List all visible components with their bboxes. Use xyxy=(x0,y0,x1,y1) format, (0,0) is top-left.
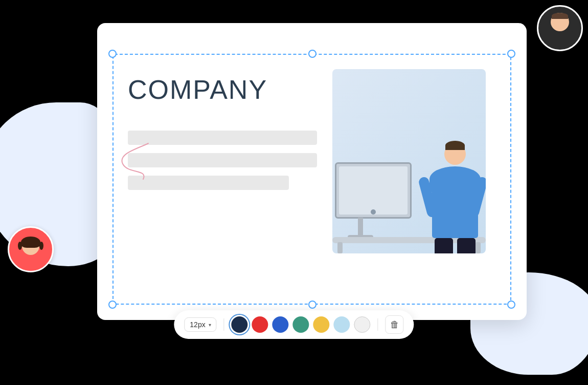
person-leg-left xyxy=(435,238,453,253)
person-head xyxy=(444,143,466,165)
person-leg-right xyxy=(457,238,476,253)
person-illustration xyxy=(432,172,478,238)
monitor-inner xyxy=(339,166,408,215)
avatar-female-pigtail-left xyxy=(18,242,22,250)
delete-button[interactable]: 🗑 xyxy=(386,315,404,334)
selection-handle-top-left[interactable] xyxy=(108,50,117,58)
color-swatch-white[interactable] xyxy=(354,316,371,333)
person-legs xyxy=(435,238,476,253)
color-swatch-yellow[interactable] xyxy=(313,316,330,333)
color-swatch-red[interactable] xyxy=(252,316,268,333)
main-card: COMPANY xyxy=(97,23,527,320)
avatar-female-head xyxy=(22,238,39,255)
avatar-female-person xyxy=(17,238,45,271)
color-swatch-dark-navy[interactable] xyxy=(232,316,248,333)
avatar-male-person xyxy=(547,13,573,44)
avatar-female-pigtail-right xyxy=(39,242,43,250)
toolbar-divider-1 xyxy=(224,318,224,331)
color-swatch-light-blue[interactable] xyxy=(334,316,350,333)
selection-handle-bottom-left[interactable] xyxy=(108,301,117,309)
content-line-3 xyxy=(128,176,289,190)
avatar-male-hair xyxy=(552,13,568,19)
color-swatch-teal[interactable] xyxy=(293,316,309,333)
selection-handle-top-middle[interactable] xyxy=(308,50,316,58)
person-hood xyxy=(429,166,481,192)
selection-handle-top-right[interactable] xyxy=(507,50,515,58)
font-size-value: 12px xyxy=(190,320,205,329)
content-lines xyxy=(128,131,317,190)
content-line-1 xyxy=(128,131,317,145)
desk-leg-right xyxy=(476,242,481,253)
selection-handle-bottom-right[interactable] xyxy=(507,301,515,309)
toolbar-divider-2 xyxy=(378,318,378,331)
avatar-male-head xyxy=(551,13,569,31)
avatar-bottom-left[interactable] xyxy=(8,226,54,272)
desk-leg-left xyxy=(337,242,343,253)
avatar-top-right[interactable] xyxy=(537,5,583,51)
formatting-toolbar: 12px ▾ 🗑 xyxy=(174,310,414,339)
card-content: COMPANY xyxy=(128,69,486,294)
font-size-dropdown[interactable]: 12px ▾ xyxy=(184,317,216,332)
chevron-down-icon: ▾ xyxy=(209,322,211,328)
company-title: COMPANY xyxy=(128,74,317,105)
delete-icon: 🗑 xyxy=(390,319,399,330)
monitor-dot xyxy=(371,209,376,215)
avatar-female-hair xyxy=(21,237,40,248)
color-swatches xyxy=(232,316,371,333)
selection-handle-bottom-middle[interactable] xyxy=(308,301,316,309)
color-swatch-blue[interactable] xyxy=(273,316,289,333)
person-hair xyxy=(445,141,465,150)
monitor-screen xyxy=(335,162,412,219)
card-illustration xyxy=(332,69,486,253)
content-line-2 xyxy=(128,153,317,167)
avatar-female-body xyxy=(17,253,45,271)
card-left-panel: COMPANY xyxy=(128,69,317,294)
person-body xyxy=(432,172,478,238)
